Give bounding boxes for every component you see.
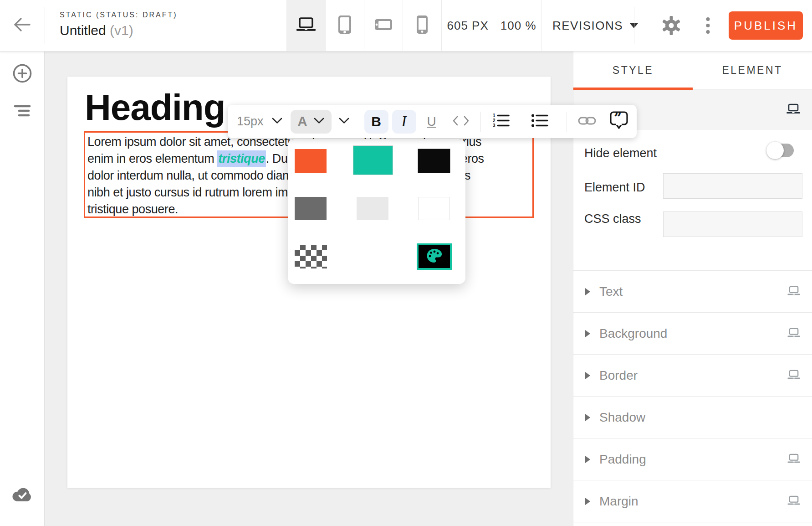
canvas-width-value: 605 PX bbox=[447, 19, 488, 33]
layers-icon bbox=[14, 110, 31, 118]
hide-element-label: Hide element bbox=[584, 146, 657, 160]
section-padding[interactable]: Padding bbox=[573, 438, 812, 480]
add-element-button[interactable] bbox=[12, 63, 32, 85]
phone-portrait-icon bbox=[416, 15, 428, 36]
unordered-list-icon bbox=[531, 113, 548, 130]
font-size-dropdown-button[interactable] bbox=[272, 118, 282, 126]
device-mobile-portrait-button[interactable] bbox=[403, 0, 441, 51]
device-tablet-button[interactable] bbox=[325, 0, 364, 51]
laptop-icon bbox=[787, 286, 800, 298]
laptop-icon bbox=[787, 370, 800, 382]
bold-button[interactable]: B bbox=[364, 110, 388, 134]
section-shadow[interactable]: Shadow bbox=[573, 396, 812, 438]
svg-text:1: 1 bbox=[493, 113, 495, 118]
link-button[interactable] bbox=[578, 116, 596, 128]
device-desktop-button[interactable] bbox=[286, 0, 325, 51]
svg-text:3: 3 bbox=[493, 123, 495, 128]
element-id-label: Element ID bbox=[584, 180, 645, 195]
left-toolbar bbox=[0, 52, 45, 526]
device-preview-switcher bbox=[286, 0, 441, 51]
autosave-cloud-check-icon bbox=[10, 498, 34, 505]
document-title-block: STATIC (STATUS: DRAFT) Untitled (v1) bbox=[60, 11, 178, 38]
css-class-input[interactable] bbox=[663, 211, 802, 237]
visibility-fields: Hide element Element ID CSS class bbox=[573, 130, 812, 270]
css-class-label: CSS class bbox=[584, 212, 641, 226]
laptop-icon bbox=[787, 328, 800, 340]
text-format-toolbar: 15px A B I U 123 ” bbox=[228, 105, 637, 138]
divider bbox=[45, 7, 45, 44]
color-swatch-light-gray[interactable] bbox=[357, 197, 388, 220]
document-name: Untitled (v1) bbox=[60, 23, 178, 38]
phone-landscape-icon bbox=[374, 19, 393, 32]
tablet-icon bbox=[337, 15, 352, 36]
ordered-list-button[interactable]: 123 bbox=[492, 113, 510, 130]
tab-style[interactable]: STYLE bbox=[573, 52, 693, 89]
top-bar: STATIC (STATUS: DRAFT) Untitled (v1) bbox=[0, 0, 812, 52]
comment-quote-icon: ” bbox=[610, 111, 628, 132]
unordered-list-button[interactable] bbox=[531, 113, 548, 130]
ordered-list-icon: 123 bbox=[492, 113, 510, 130]
document-version: (v1) bbox=[110, 23, 133, 38]
text-color-picker-popover bbox=[288, 139, 465, 284]
comment-button[interactable]: ” bbox=[610, 111, 628, 132]
svg-text:”: ” bbox=[614, 111, 622, 126]
section-margin[interactable]: Margin bbox=[573, 480, 812, 522]
selected-word: tristique bbox=[217, 150, 266, 167]
palette-icon bbox=[426, 248, 443, 265]
style-sections-accordion: Text Background Border Shadow Padding Ma… bbox=[573, 270, 812, 522]
toolbar-divider bbox=[480, 112, 481, 132]
back-button[interactable] bbox=[0, 0, 45, 51]
code-button[interactable] bbox=[453, 116, 469, 128]
document-status: STATIC (STATUS: DRAFT) bbox=[60, 11, 178, 19]
chevron-down-icon bbox=[272, 118, 282, 126]
add-circle-icon bbox=[12, 77, 32, 85]
chevron-right-icon bbox=[585, 456, 590, 463]
toggle-knob bbox=[766, 142, 784, 159]
chevron-right-icon bbox=[585, 288, 590, 295]
link-icon bbox=[578, 116, 596, 128]
color-swatch-teal-selected[interactable] bbox=[353, 146, 393, 175]
section-border[interactable]: Border bbox=[573, 354, 812, 396]
color-swatch-black[interactable] bbox=[418, 149, 450, 173]
canvas-dimensions: 605 PX 100 % bbox=[441, 0, 542, 51]
gear-icon bbox=[661, 29, 681, 37]
color-swatch-transparent-checker[interactable] bbox=[295, 245, 327, 268]
code-icon bbox=[453, 116, 469, 128]
device-mobile-landscape-button[interactable] bbox=[364, 0, 403, 51]
publish-button[interactable]: PUBLISH bbox=[729, 11, 803, 40]
underline-button[interactable]: U bbox=[427, 114, 436, 129]
toolbar-divider bbox=[567, 112, 567, 132]
panel-tabs: STYLE ELEMENT bbox=[573, 52, 812, 90]
laptop-icon bbox=[787, 495, 800, 507]
text-color-button[interactable]: A bbox=[291, 110, 332, 134]
laptop-icon bbox=[787, 454, 800, 465]
chevron-right-icon bbox=[585, 498, 590, 505]
chevron-down-icon bbox=[339, 118, 349, 126]
custom-color-button[interactable] bbox=[417, 243, 452, 270]
font-size-value[interactable]: 15px bbox=[237, 114, 264, 129]
italic-button[interactable]: I bbox=[392, 110, 416, 134]
chevron-down-icon bbox=[314, 118, 324, 126]
revisions-dropdown[interactable]: REVISIONS bbox=[552, 0, 638, 51]
layers-button[interactable] bbox=[14, 105, 31, 119]
chevron-right-icon bbox=[585, 372, 590, 379]
more-options-button[interactable] bbox=[706, 17, 710, 36]
chevron-right-icon bbox=[585, 414, 590, 421]
color-swatch-white[interactable] bbox=[418, 197, 450, 220]
color-swatch-orange[interactable] bbox=[295, 149, 327, 173]
element-id-input[interactable] bbox=[663, 173, 802, 199]
divider bbox=[634, 7, 634, 44]
back-arrow-icon bbox=[13, 17, 31, 34]
chevron-right-icon bbox=[585, 330, 590, 337]
hide-element-toggle[interactable] bbox=[768, 144, 794, 157]
section-text[interactable]: Text bbox=[573, 270, 812, 312]
laptop-icon bbox=[786, 103, 800, 116]
laptop-icon bbox=[296, 17, 316, 34]
paragraph-style-dropdown-button[interactable] bbox=[339, 118, 349, 126]
canvas-heading[interactable]: Heading bbox=[85, 85, 225, 130]
settings-button[interactable] bbox=[661, 15, 681, 37]
color-swatch-dark-gray[interactable] bbox=[295, 197, 327, 220]
toolbar-divider bbox=[360, 112, 360, 132]
tab-element[interactable]: ELEMENT bbox=[693, 52, 812, 89]
section-background[interactable]: Background bbox=[573, 312, 812, 354]
